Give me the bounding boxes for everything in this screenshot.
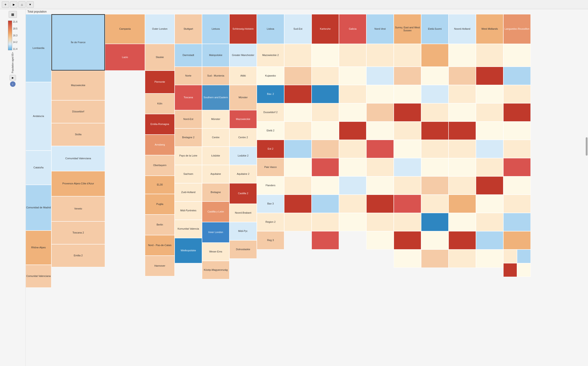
- list-item[interactable]: Toscana: [175, 85, 202, 110]
- list-item[interactable]: Provence-Alpes-Côte d'Azur: [51, 171, 105, 196]
- list-item[interactable]: [503, 140, 531, 158]
- list-item[interactable]: [366, 67, 394, 85]
- list-item[interactable]: [503, 67, 531, 85]
- expand-button[interactable]: ▶: [10, 1, 17, 8]
- list-item[interactable]: [503, 176, 531, 195]
- expand-left-button[interactable]: ▶: [10, 75, 16, 80]
- list-item[interactable]: [284, 140, 312, 158]
- list-item[interactable]: [503, 231, 531, 250]
- list-item[interactable]: [448, 231, 476, 250]
- list-item[interactable]: [366, 140, 394, 158]
- list-item[interactable]: Attiki: [229, 67, 257, 85]
- list-item[interactable]: Münster: [229, 85, 257, 110]
- list-item[interactable]: Lombardia: [26, 14, 51, 82]
- list-item[interactable]: Outer London: [145, 14, 175, 44]
- list-item[interactable]: [476, 44, 503, 67]
- list-item[interactable]: [339, 195, 366, 213]
- list-item[interactable]: [284, 176, 312, 195]
- list-item[interactable]: Lietuva: [202, 14, 229, 44]
- list-item[interactable]: [339, 85, 366, 103]
- list-item[interactable]: [284, 67, 312, 85]
- list-item[interactable]: [503, 263, 517, 277]
- list-item[interactable]: Mazowieckie: [51, 71, 105, 100]
- list-item[interactable]: Schleswig-Holstein: [229, 14, 257, 44]
- list-item[interactable]: Nord-Vest: [366, 14, 394, 44]
- list-item[interactable]: [339, 122, 366, 140]
- list-item[interactable]: Aquitaine 2: [229, 165, 257, 183]
- list-item[interactable]: [448, 195, 476, 213]
- list-item[interactable]: Reg 3: [257, 231, 284, 250]
- list-item[interactable]: [312, 122, 339, 140]
- list-item[interactable]: [284, 103, 312, 122]
- list-item[interactable]: [312, 85, 339, 103]
- list-item[interactable]: Flanders: [257, 176, 284, 195]
- list-item[interactable]: [421, 231, 448, 250]
- list-item[interactable]: Malopolskie: [202, 44, 229, 67]
- list-item[interactable]: Darmstadt: [175, 44, 202, 67]
- list-item[interactable]: [421, 103, 448, 122]
- list-item[interactable]: [394, 250, 421, 268]
- treemap[interactable]: Lombardia Andalucía Cataluña Comunidad d…: [26, 14, 588, 366]
- list-item[interactable]: [476, 67, 503, 85]
- plus-button[interactable]: +: [2, 1, 9, 8]
- list-item[interactable]: [503, 195, 531, 213]
- list-item[interactable]: [517, 250, 531, 263]
- list-item[interactable]: [421, 213, 448, 231]
- list-item[interactable]: [503, 44, 531, 67]
- list-item[interactable]: [394, 122, 421, 140]
- list-item[interactable]: [448, 213, 476, 231]
- list-item[interactable]: Etelä-Suomi: [421, 14, 448, 44]
- list-item[interactable]: [284, 85, 312, 103]
- list-item[interactable]: Veneto: [51, 196, 105, 221]
- list-item[interactable]: Bav. 2: [257, 85, 284, 103]
- list-item[interactable]: [394, 231, 421, 250]
- list-item[interactable]: Bretagne: [202, 183, 229, 201]
- list-item[interactable]: Stuttgart: [175, 14, 202, 44]
- list-item[interactable]: [339, 176, 366, 195]
- list-item[interactable]: [284, 213, 312, 231]
- list-item[interactable]: Sud-Est: [284, 14, 312, 44]
- list-item[interactable]: [448, 44, 476, 67]
- list-item[interactable]: Weser-Ems: [202, 243, 229, 261]
- list-item[interactable]: Cataluña: [26, 151, 51, 185]
- list-item[interactable]: [476, 158, 503, 176]
- list-item[interactable]: [448, 103, 476, 122]
- list-item[interactable]: Pais Vasco: [257, 158, 284, 176]
- list-item[interactable]: Inner London: [202, 222, 229, 243]
- list-item[interactable]: West Midlands: [476, 14, 503, 44]
- list-item[interactable]: [366, 176, 394, 195]
- list-item[interactable]: [394, 158, 421, 176]
- list-item[interactable]: [394, 213, 421, 231]
- list-item[interactable]: [284, 158, 312, 176]
- list-item[interactable]: [448, 158, 476, 176]
- list-item[interactable]: Közép-Magyarország: [202, 261, 229, 279]
- list-item[interactable]: [339, 44, 366, 67]
- list-item[interactable]: Düsseldorf: [51, 100, 105, 123]
- list-item[interactable]: [394, 176, 421, 195]
- list-item[interactable]: Surrey, East and West Sussex: [394, 14, 421, 44]
- list-item[interactable]: [366, 122, 394, 140]
- list-item[interactable]: [421, 195, 448, 213]
- list-item[interactable]: [312, 231, 339, 250]
- list-item[interactable]: [421, 176, 448, 195]
- list-item[interactable]: [366, 103, 394, 122]
- list-item[interactable]: [503, 158, 531, 176]
- list-item[interactable]: Île de France: [51, 14, 105, 71]
- list-item[interactable]: Dusseldorf 2: [257, 103, 284, 122]
- dropdown-button[interactable]: ▼: [27, 1, 34, 8]
- list-item[interactable]: [421, 122, 448, 140]
- list-item[interactable]: Slaskie: [145, 44, 175, 71]
- list-item[interactable]: Berlin: [145, 214, 175, 235]
- list-item[interactable]: [312, 44, 339, 67]
- list-item[interactable]: Lodzkie 2: [229, 147, 257, 165]
- list-item[interactable]: [339, 140, 366, 158]
- list-item[interactable]: Midi-Pyrénées: [175, 201, 202, 220]
- list-item[interactable]: [394, 103, 421, 122]
- list-item[interactable]: Hannover: [145, 256, 175, 276]
- list-item[interactable]: Andalucía: [26, 82, 51, 151]
- list-item[interactable]: [339, 67, 366, 85]
- list-item[interactable]: [394, 67, 421, 85]
- list-item[interactable]: Castilla 2: [229, 183, 257, 204]
- list-item[interactable]: [312, 195, 339, 213]
- list-item[interactable]: [503, 122, 531, 140]
